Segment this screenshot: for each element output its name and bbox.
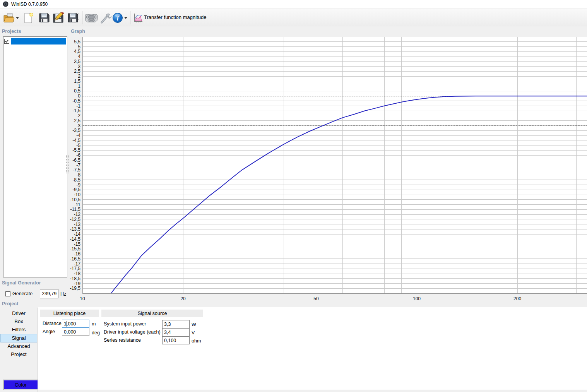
- title-bar: WinISD 0.7.0.950: [0, 0, 587, 9]
- project-header: Project: [2, 301, 18, 306]
- graph-type-button[interactable]: [132, 10, 144, 25]
- graph-canvas: 5,554,543,532,521,510,50-0,5-1-1,5-2-2,5…: [70, 34, 587, 305]
- nav-item-filters[interactable]: Filters: [1, 326, 37, 334]
- svg-text:50: 50: [313, 296, 319, 301]
- series-resistance-input[interactable]: [162, 336, 190, 344]
- checkmark-icon: [5, 39, 9, 43]
- color-button[interactable]: Color: [3, 380, 38, 390]
- projects-list[interactable]: [3, 36, 67, 277]
- system-input-power-label: System input power: [104, 320, 146, 327]
- toolbar: i: [0, 9, 587, 26]
- about-button[interactable]: i: [111, 10, 128, 25]
- generate-row: Generate: [5, 290, 33, 297]
- distance-unit-label: m: [92, 321, 96, 327]
- save-project-as-button[interactable]: [51, 10, 66, 25]
- nav-item-signal[interactable]: Signal: [0, 334, 37, 342]
- new-document-icon: [24, 12, 34, 24]
- about-dropdown-arrow[interactable]: [124, 17, 127, 19]
- signal-source-header: Signal source: [101, 310, 203, 317]
- signal-config-panel: [38, 307, 587, 390]
- folder-open-icon: [3, 13, 15, 23]
- series-resistance-label: Series resistance: [104, 337, 141, 344]
- save-project-button[interactable]: [37, 10, 51, 25]
- wrench-icon: [100, 12, 111, 24]
- nav-item-driver[interactable]: Driver: [1, 310, 37, 317]
- frequency-unit-label: Hz: [60, 291, 66, 297]
- view-title: Transfer function magnitude: [144, 9, 206, 26]
- signal-generator-header: Signal Generator: [2, 280, 41, 286]
- options-button[interactable]: [99, 10, 112, 25]
- transfer-function-chart-icon: [133, 13, 143, 23]
- text-caret: [67, 321, 67, 327]
- app-logo-icon: [3, 1, 9, 7]
- svg-text:i: i: [116, 15, 118, 22]
- floppy-pencil-icon: [52, 12, 65, 24]
- selected-project-bar[interactable]: [11, 38, 66, 45]
- svg-text:-19,5: -19,5: [70, 286, 81, 291]
- winisd-window: { "window": { "title": "WinISD 0.7.0.950…: [0, 0, 587, 392]
- system-input-power-input[interactable]: [162, 320, 190, 328]
- angle-input[interactable]: [62, 328, 89, 336]
- voltage-unit-label: V: [192, 330, 195, 336]
- distance-input[interactable]: [62, 320, 89, 328]
- projects-header: Projects: [2, 29, 21, 34]
- save-copy-button[interactable]: [67, 10, 80, 25]
- generate-label: Generate: [12, 291, 33, 296]
- generate-checkbox[interactable]: [5, 291, 10, 296]
- svg-text:100: 100: [413, 296, 421, 301]
- nav-item-project[interactable]: Project: [1, 351, 37, 358]
- svg-text:10: 10: [80, 296, 85, 301]
- toolbar-separator: [82, 11, 82, 24]
- distance-label: Distance: [43, 320, 62, 327]
- floppy-disk-icon: [38, 12, 50, 23]
- color-button-label: Color: [15, 382, 27, 388]
- window-title: WinISD 0.7.0.950: [11, 0, 48, 9]
- angle-label: Angle: [43, 328, 55, 335]
- open-dropdown-arrow[interactable]: [16, 17, 19, 19]
- svg-text:200: 200: [513, 296, 521, 301]
- power-unit-label: W: [192, 322, 196, 327]
- floppy-copy-icon: [67, 12, 80, 23]
- info-icon: i: [112, 12, 123, 23]
- open-project-button[interactable]: [2, 10, 19, 25]
- nav-item-advanced[interactable]: Advanced: [1, 342, 37, 350]
- driver-input-voltage-label: Driver input voltage (each): [104, 329, 161, 336]
- panel-splitter[interactable]: [66, 155, 68, 173]
- driver-input-voltage-input[interactable]: [162, 328, 190, 336]
- transfer-function-graph: 5,554,543,532,521,510,50-0,5-1-1,5-2-2,5…: [70, 34, 587, 305]
- new-project-button[interactable]: [22, 10, 35, 25]
- project-enabled-checkbox[interactable]: [4, 39, 9, 44]
- driver-editor-button[interactable]: [84, 10, 99, 25]
- svg-text:20: 20: [180, 296, 186, 301]
- angle-unit-label: deg: [92, 330, 100, 336]
- nav-item-box[interactable]: Box: [1, 318, 37, 325]
- generator-frequency-input[interactable]: [40, 289, 58, 298]
- speaker-driver-icon: [84, 12, 98, 24]
- project-list-item[interactable]: [4, 38, 66, 45]
- resistance-unit-label: ohm: [192, 338, 201, 344]
- graph-header: Graph: [71, 29, 85, 34]
- listening-place-header: Listening place: [40, 310, 99, 317]
- toolbar-separator: [130, 11, 130, 24]
